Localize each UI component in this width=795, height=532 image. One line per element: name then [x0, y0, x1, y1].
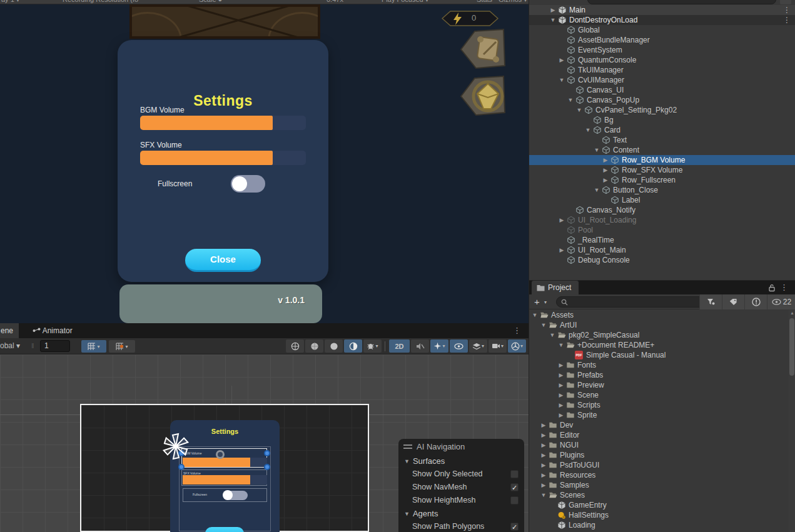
fullscreen-toggle[interactable]: [231, 175, 265, 193]
handle-orientation-dropdown[interactable]: Global ▾: [0, 341, 20, 350]
chevron-down-icon[interactable]: ▼: [404, 458, 410, 464]
row-options-menu[interactable]: ⋮: [783, 16, 791, 24]
gem-badge[interactable]: [460, 74, 505, 119]
debug-bug-button[interactable]: ▾: [363, 339, 382, 353]
checkbox-show-only-selected[interactable]: [510, 470, 519, 478]
hierarchy-row-ui-root-main[interactable]: ▶UI_Root_Main: [529, 245, 795, 255]
dropdown-caret[interactable]: ▾: [442, 343, 445, 349]
expand-arrow-icon[interactable]: ▶: [559, 217, 565, 223]
project-row-dev[interactable]: ▶Dev: [529, 420, 795, 430]
hierarchy-row-main[interactable]: ▶Main⋮: [529, 5, 795, 15]
game-toolbar-item-recording-resolution-fo[interactable]: Recording Resolution (fo: [63, 0, 138, 3]
project-row-scenes[interactable]: ▼Scenes: [529, 490, 795, 500]
hierarchy-row-row-sfx-volume[interactable]: ▶Row_SFX Volume: [529, 165, 795, 175]
row-options-menu[interactable]: ⋮: [783, 6, 791, 14]
hierarchy-row-bg[interactable]: Bg: [529, 115, 795, 125]
expand-arrow-icon[interactable]: ▶: [559, 247, 565, 253]
project-row-scene[interactable]: ▶Scene: [529, 390, 795, 400]
project-more-menu[interactable]: ⋮: [780, 283, 788, 292]
hierarchy-row-cvpanel-setting-pkg02[interactable]: ▼CvPanel_Setting_Pkg02: [529, 105, 795, 115]
ai-navigation-header[interactable]: AI Navigation: [398, 439, 524, 454]
grid-snapping-button[interactable]: ▾: [109, 340, 135, 353]
project-row-simple-casual-manual[interactable]: PDFSimple Casual - Manual: [529, 350, 795, 360]
rect-handle-bottom-right[interactable]: [264, 464, 270, 470]
rect-handle-bottom-left[interactable]: [178, 464, 185, 470]
expand-arrow-icon[interactable]: ▶: [558, 362, 564, 368]
expand-arrow-icon[interactable]: ▶: [540, 432, 547, 438]
project-row-samples[interactable]: ▶Samples: [529, 480, 795, 490]
hierarchy-row-quantumconsole[interactable]: ▶QuantumConsole: [529, 55, 795, 65]
project-scrollbar[interactable]: ▲: [789, 309, 795, 532]
collapse-arrow-icon[interactable]: ▼: [550, 17, 556, 23]
expand-arrow-icon[interactable]: ▶: [540, 472, 547, 478]
project-row-scripts[interactable]: ▶Scripts: [529, 400, 795, 410]
game-toolbar-item-gizmos[interactable]: Gizmos ▾: [499, 0, 527, 4]
scrollbar-thumb[interactable]: [789, 318, 794, 376]
expand-arrow-icon[interactable]: ▶: [602, 157, 609, 163]
project-row-gameentry[interactable]: GameEntry: [529, 500, 795, 510]
audio-mute-button[interactable]: [411, 339, 429, 353]
collapse-arrow-icon[interactable]: ▼: [540, 322, 547, 328]
unlit-sphere-button[interactable]: [325, 339, 343, 353]
collapse-arrow-icon[interactable]: ▼: [594, 187, 600, 193]
hierarchy-row-debug-console[interactable]: Debug Console: [529, 255, 795, 265]
project-row-prefabs[interactable]: ▶Prefabs: [529, 370, 795, 380]
game-toolbar-item-scale[interactable]: Scale ●: [199, 0, 222, 3]
dropdown-caret[interactable]: ▾: [482, 343, 484, 349]
visibility-eye-button[interactable]: [450, 339, 468, 353]
layers-button[interactable]: ▾: [469, 339, 487, 353]
close-button[interactable]: Close: [185, 249, 261, 272]
game-toolbar-item-play-focused[interactable]: Play Focused ▾: [382, 0, 428, 4]
expand-arrow-icon[interactable]: ▶: [558, 402, 564, 408]
effects-button[interactable]: ▾: [430, 339, 448, 353]
hierarchy-row-dontdestroyonload[interactable]: ▼DontDestroyOnLoad⋮: [529, 15, 795, 25]
project-row-editor[interactable]: ▶Editor: [529, 430, 795, 440]
hierarchy-row-pool[interactable]: Pool: [529, 225, 795, 235]
expand-arrow-icon[interactable]: ▶: [559, 57, 565, 63]
checkbox-show-navmesh[interactable]: ✓: [510, 483, 519, 491]
game-toolbar-item-ay-1[interactable]: ay 1 ▾: [1, 0, 19, 4]
expand-arrow-icon[interactable]: ▶: [540, 482, 547, 488]
project-row-psdtougui[interactable]: ▶PsdToUGUI: [529, 460, 795, 470]
collapse-arrow-icon[interactable]: ▼: [558, 342, 564, 348]
gizmo-axis-button[interactable]: ▾: [508, 339, 526, 353]
project-row-ngui[interactable]: ▶NGUI: [529, 440, 795, 450]
project-row-pkg02-simplecasual[interactable]: ▼pkg02_SimpleCasual: [529, 330, 795, 340]
2d-mode-button[interactable]: 2D: [389, 339, 410, 353]
camera-button[interactable]: ▾: [489, 339, 507, 353]
project-row-hallsettings[interactable]: HallSettings: [529, 510, 795, 520]
tab-project[interactable]: Project: [532, 281, 579, 294]
filter-by-label-button[interactable]: [722, 294, 744, 309]
expand-arrow-icon[interactable]: ▶: [558, 372, 564, 378]
hierarchy-row-cvuimanager[interactable]: ▼CvUIManager: [529, 75, 795, 85]
project-row-document-readme[interactable]: ▼+Document README+: [529, 340, 795, 350]
pivot-handle[interactable]: [216, 450, 225, 459]
expand-arrow-icon[interactable]: ▶: [602, 167, 609, 173]
dropdown-caret[interactable]: ▾: [520, 343, 523, 349]
wireframe-sphere-button[interactable]: [286, 339, 304, 353]
project-row-sprite[interactable]: ▶Sprite: [529, 410, 795, 420]
grid-size-field[interactable]: 1: [40, 340, 70, 352]
lock-icon[interactable]: [768, 284, 776, 292]
project-row-preview[interactable]: ▶Preview: [529, 380, 795, 390]
project-row-artui[interactable]: ▼ArtUI: [529, 320, 795, 330]
snap-grid-button[interactable]: ▾: [81, 340, 106, 353]
tab-animator[interactable]: Animator: [26, 323, 79, 338]
hierarchy-row-eventsystem[interactable]: EventSystem: [529, 45, 795, 55]
sfx-volume-slider[interactable]: [140, 151, 306, 165]
dropdown-caret[interactable]: ▾: [375, 343, 378, 349]
dropdown-caret[interactable]: ▾: [501, 343, 504, 349]
scroll-up-arrow[interactable]: ▲: [790, 311, 794, 315]
collapse-arrow-icon[interactable]: ▼: [567, 97, 574, 103]
quest-scroll-badge[interactable]: [460, 27, 505, 73]
hierarchy-row-button-close[interactable]: ▼Button_Close: [529, 185, 795, 195]
hierarchy-row-ui-root-loading[interactable]: ▶UI_Root_Loading: [529, 215, 795, 225]
game-toolbar-item-stats[interactable]: Stats: [477, 0, 492, 3]
filter-by-type-button[interactable]: [699, 294, 722, 309]
hierarchy-row-text[interactable]: Text: [529, 135, 795, 145]
expand-arrow-icon[interactable]: ▶: [540, 452, 547, 458]
expand-arrow-icon[interactable]: ▶: [558, 392, 564, 398]
hierarchy-search-input[interactable]: [587, 0, 776, 4]
checkbox-show-heightmesh[interactable]: [510, 496, 519, 504]
project-row-resources[interactable]: ▶Resources: [529, 470, 795, 480]
